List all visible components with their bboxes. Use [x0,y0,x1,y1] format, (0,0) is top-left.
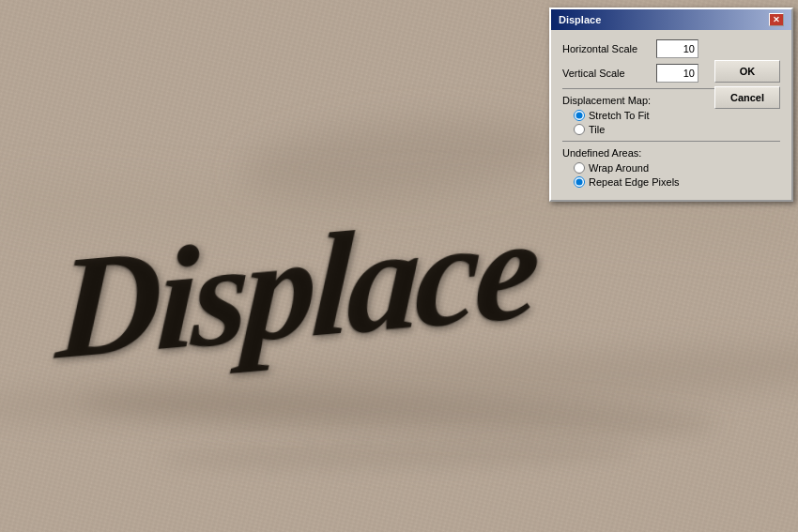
horizontal-scale-row: Horizontal Scale [562,39,780,58]
vertical-scale-input[interactable] [656,64,698,83]
dialog-content: OK Cancel Horizontal Scale Vertical Scal… [551,30,791,200]
displace-dialog: Displace ✕ OK Cancel Horizontal Scale Ve… [549,8,793,202]
dialog-buttons: OK Cancel [714,60,780,109]
cancel-button[interactable]: Cancel [714,86,780,109]
stretch-to-fit-label-text[interactable]: Stretch To Fit [589,110,650,121]
tile-label-text[interactable]: Tile [589,124,605,135]
repeat-edge-row: Repeat Edge Pixels [574,176,780,188]
wrap-around-radio[interactable] [574,162,585,174]
repeat-edge-radio[interactable] [574,176,585,188]
undefined-areas-label: Undefined Areas: [562,147,780,159]
stretch-to-fit-row: Stretch To Fit [574,110,780,121]
repeat-edge-label-text[interactable]: Repeat Edge Pixels [589,176,680,188]
tile-radio[interactable] [574,124,585,135]
vertical-scale-label: Vertical Scale [562,68,656,79]
stretch-to-fit-radio[interactable] [574,110,585,121]
tile-row: Tile [574,124,780,135]
titlebar-controls: ✕ [769,13,784,26]
dialog-title: Displace [559,14,601,25]
close-button[interactable]: ✕ [769,13,784,26]
ok-button[interactable]: OK [714,60,780,83]
horizontal-scale-input[interactable] [656,39,698,58]
wrap-around-label-text[interactable]: Wrap Around [589,162,649,174]
horizontal-scale-label: Horizontal Scale [562,43,656,54]
canvas-area: Displace Displace ✕ OK Cancel Horizontal… [0,0,798,532]
wrap-around-row: Wrap Around [574,162,780,174]
dialog-titlebar: Displace ✕ [551,9,791,30]
